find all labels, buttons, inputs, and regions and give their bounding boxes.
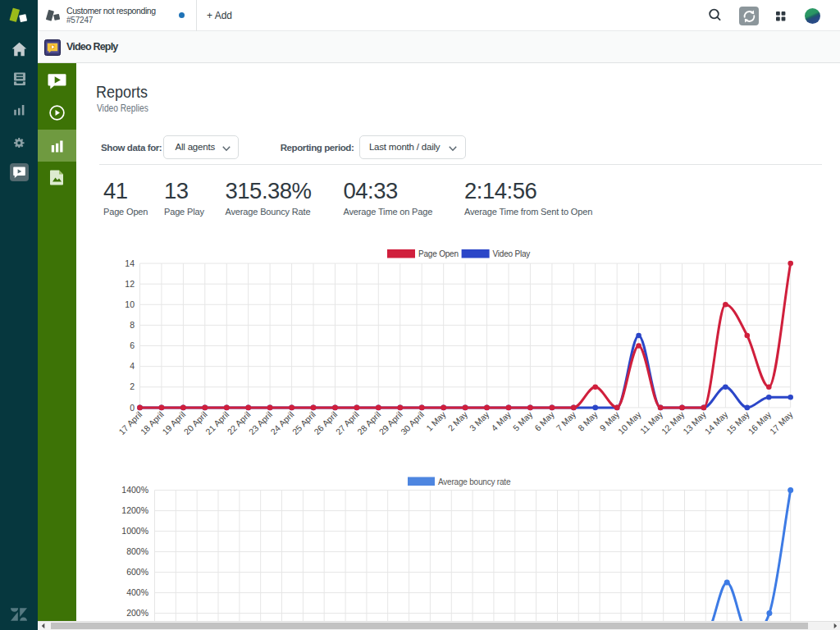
svg-text:400%: 400% [126,587,148,597]
svg-text:12 May: 12 May [660,409,687,436]
svg-text:16 May: 16 May [746,409,773,436]
svg-text:6: 6 [130,340,135,350]
svg-text:0: 0 [130,403,135,413]
svg-text:10 May: 10 May [616,409,643,436]
svg-text:8 May: 8 May [576,409,600,432]
svg-text:22 April: 22 April [225,409,252,436]
svg-text:13 May: 13 May [681,409,708,436]
svg-text:10: 10 [125,299,135,309]
svg-text:7 May: 7 May [555,409,578,432]
svg-text:23 April: 23 April [247,409,274,436]
svg-text:Page Open: Page Open [418,249,459,258]
svg-text:18 April: 18 April [139,409,166,436]
svg-text:26 April: 26 April [312,409,339,436]
svg-text:6 May: 6 May [532,409,556,432]
svg-text:1 May: 1 May [424,409,448,432]
svg-text:17 May: 17 May [768,409,795,436]
svg-text:27 April: 27 April [334,409,361,436]
svg-text:21 April: 21 April [203,409,231,436]
svg-text:30 April: 30 April [399,409,426,436]
svg-text:29 April: 29 April [377,409,404,436]
svg-text:Video Play: Video Play [493,249,531,258]
svg-text:12: 12 [125,279,135,289]
svg-text:Average bouncy rate: Average bouncy rate [438,477,511,486]
svg-text:800%: 800% [126,546,148,556]
svg-text:200%: 200% [126,608,148,618]
svg-text:17 April: 17 April [116,409,144,436]
svg-text:4: 4 [130,361,135,371]
svg-text:24 April: 24 April [268,409,295,436]
svg-text:600%: 600% [126,567,148,577]
svg-text:1000%: 1000% [121,526,148,536]
svg-text:1200%: 1200% [121,505,148,515]
svg-text:2: 2 [130,381,135,391]
svg-text:28 April: 28 April [355,409,382,436]
svg-text:2 May: 2 May [445,409,469,432]
svg-text:14 May: 14 May [702,409,729,436]
svg-text:3 May: 3 May [468,409,491,432]
svg-text:15 May: 15 May [724,409,751,436]
svg-text:1400%: 1400% [121,485,148,495]
svg-text:20 April: 20 April [181,409,208,436]
svg-text:4 May: 4 May [489,409,513,432]
svg-text:14: 14 [125,258,135,268]
svg-text:19 April: 19 April [160,409,187,436]
svg-text:25 April: 25 April [290,409,317,436]
svg-text:8: 8 [130,320,135,330]
svg-text:5 May: 5 May [511,409,535,432]
